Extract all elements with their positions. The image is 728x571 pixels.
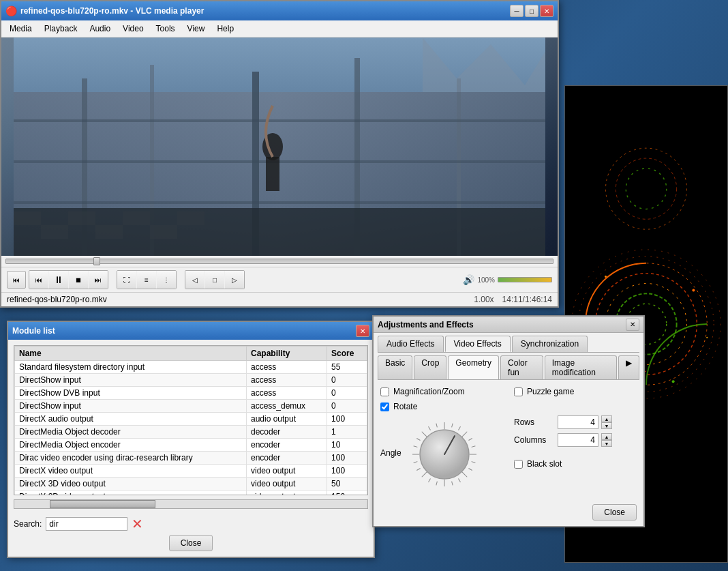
time-label: 14:11/1:46:14 [502, 295, 552, 304]
maximize-button[interactable]: □ [525, 5, 539, 17]
sub-tab-more[interactable]: ▶ [618, 355, 639, 379]
search-input[interactable] [46, 517, 127, 531]
columns-up-button[interactable]: ▲ [601, 433, 612, 440]
search-clear-button[interactable]: ✕ [132, 516, 143, 532]
svg-rect-30 [177, 211, 204, 225]
show-playlist-button[interactable]: ⋮ [157, 271, 176, 289]
controls-area: ⏮ ⏮ ⏸ ⏹ ⏭ ⛶ ≡ ⋮ ◁ □ ▷ 🔊 100% [1, 267, 558, 292]
modules-close-x-button[interactable]: ✕ [356, 325, 369, 337]
tab-synchronization[interactable]: Synchronization [512, 336, 588, 352]
progress-area [1, 256, 558, 267]
video-area[interactable] [1, 38, 558, 256]
angle-dial[interactable] [407, 417, 482, 492]
rotate-row: Rotate [380, 402, 503, 411]
columns-input[interactable] [558, 433, 598, 447]
svg-line-42 [471, 446, 475, 448]
puzzle-game-row: Puzzle game [514, 387, 637, 396]
horizontal-scrollbar[interactable] [14, 499, 368, 509]
svg-line-47 [458, 479, 460, 482]
extended-settings-button[interactable]: ≡ [137, 271, 156, 289]
table-row: DirectX 3D video outputvideo output50 [15, 478, 367, 491]
search-label: Search: [14, 519, 42, 529]
sub-tab-basic[interactable]: Basic [378, 355, 412, 379]
magnification-zoom-label: Magnification/Zoom [393, 387, 465, 396]
progress-track[interactable] [5, 259, 553, 264]
svg-rect-23 [14, 119, 545, 122]
svg-line-58 [421, 432, 426, 437]
effects-close-x-button[interactable]: ✕ [626, 319, 639, 331]
table-row: DirectX audio outputaudio output100 [15, 413, 367, 426]
svg-point-12 [706, 337, 708, 338]
status-bar: refined-qos-blu720p-ro.mkv 1.00x 14:11/1… [1, 292, 558, 306]
menu-playback[interactable]: Playback [39, 22, 83, 35]
volume-area: 🔊 100% [463, 274, 552, 285]
rows-input-row: Rows ▲ ▼ [514, 415, 637, 429]
sub-tab-image-modification[interactable]: Image modification [545, 355, 617, 379]
menu-video[interactable]: Video [117, 22, 149, 35]
menu-audio[interactable]: Audio [84, 22, 116, 35]
menu-bar: Media Playback Audio Video Tools View He… [1, 20, 558, 38]
modules-title-bar: Module list ✕ [8, 322, 374, 340]
svg-rect-25 [14, 201, 545, 204]
menu-media[interactable]: Media [4, 22, 37, 35]
frame-controls: ◁ □ ▷ [185, 270, 245, 289]
prev-button[interactable]: ⏮ [29, 271, 48, 289]
svg-line-51 [428, 479, 430, 482]
svg-line-45 [468, 469, 472, 471]
columns-spinner: ▲ ▼ [601, 433, 612, 447]
effects-right: Puzzle game Rows ▲ ▼ Columns ▲ ▼ [514, 387, 637, 492]
svg-point-10 [672, 380, 675, 383]
sub-tab-color-fun[interactable]: Color fun [500, 355, 543, 379]
sub-tab-crop[interactable]: Crop [414, 355, 446, 379]
rows-down-button[interactable]: ▼ [601, 422, 612, 429]
effects-title-bar: Adjustments and Effects ✕ [374, 317, 643, 333]
frame-prev-button[interactable]: ◁ [185, 271, 204, 289]
sub-tabs: Basic Crop Geometry Color fun Image modi… [374, 353, 643, 379]
svg-line-44 [471, 462, 475, 463]
tab-audio-effects[interactable]: Audio Effects [378, 336, 444, 352]
fullscreen-button[interactable]: ⛶ [117, 271, 136, 289]
columns-input-row: Columns ▲ ▼ [514, 433, 637, 447]
view-controls: ⛶ ≡ ⋮ [117, 270, 177, 289]
columns-down-button[interactable]: ▼ [601, 440, 612, 447]
table-row: DirectMedia Object encoderencoder10 [15, 439, 367, 452]
svg-line-40 [462, 432, 467, 437]
menu-help[interactable]: Help [211, 22, 239, 35]
menu-tools[interactable]: Tools [151, 22, 181, 35]
svg-line-48 [451, 482, 453, 486]
svg-rect-29 [123, 211, 150, 225]
sub-tab-geometry[interactable]: Geometry [448, 355, 499, 379]
modules-table: Name Capability Score Standard filesyste… [14, 346, 367, 495]
volume-bar[interactable] [498, 277, 552, 282]
modules-scroll-area[interactable]: Name Capability Score Standard filesyste… [14, 345, 368, 495]
table-row: DirectX video outputvideo output100 [15, 465, 367, 478]
rows-input[interactable] [558, 415, 598, 429]
volume-fill [498, 278, 551, 282]
menu-view[interactable]: View [182, 22, 211, 35]
rotate-checkbox[interactable] [380, 402, 389, 411]
modules-close-button[interactable]: Close [169, 535, 213, 551]
play-pause-button[interactable]: ⏸ [49, 271, 68, 289]
skip-back-button[interactable]: ⏮ [7, 271, 26, 289]
svg-line-46 [462, 472, 467, 477]
vlc-logo-icon: 🔴 [5, 5, 16, 16]
minimize-button[interactable]: ─ [510, 5, 524, 17]
tab-video-effects[interactable]: Video Effects [445, 336, 511, 352]
close-window-button[interactable]: ✕ [540, 5, 553, 17]
col-capability: Capability [246, 347, 327, 361]
magnification-zoom-row: Magnification/Zoom [380, 387, 503, 396]
magnification-zoom-checkbox[interactable] [380, 387, 389, 396]
effects-close-button[interactable]: Close [592, 504, 637, 521]
puzzle-game-checkbox[interactable] [514, 387, 523, 396]
svg-line-54 [413, 462, 417, 463]
progress-thumb[interactable] [93, 257, 100, 265]
angle-label: Angle [380, 448, 401, 458]
modules-content: Name Capability Score Standard filesyste… [8, 340, 374, 557]
frame-next-button[interactable]: ▷ [225, 271, 244, 289]
black-slot-checkbox[interactable] [514, 460, 523, 469]
frame-snapshot-button[interactable]: □ [205, 271, 224, 289]
stop-button[interactable]: ⏹ [69, 271, 88, 289]
svg-line-57 [416, 439, 420, 441]
next-button[interactable]: ⏭ [89, 271, 108, 289]
rows-up-button[interactable]: ▲ [601, 415, 612, 422]
